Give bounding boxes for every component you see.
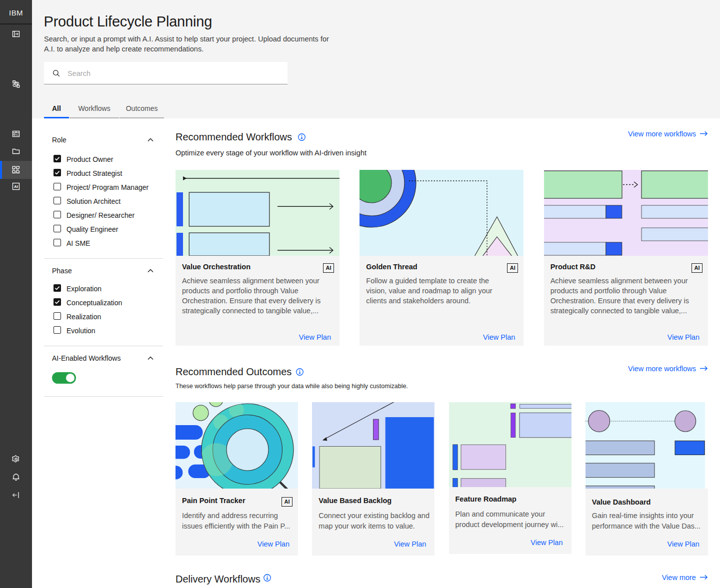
svg-text:AI: AI [14,184,18,189]
